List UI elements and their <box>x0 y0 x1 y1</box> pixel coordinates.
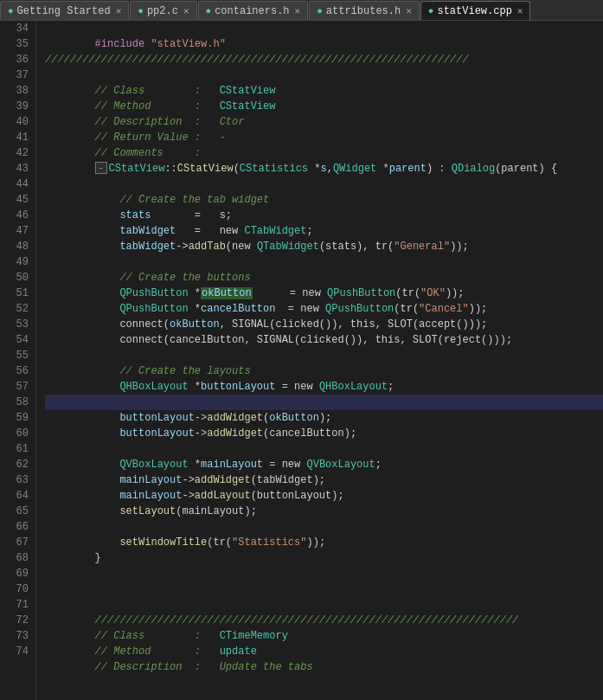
code-line-67: } <box>45 535 603 550</box>
line-num-59: 59 <box>0 410 29 426</box>
line-numbers: 34 35 36 37 38 39 40 41 42 43 44 45 46 4… <box>0 21 36 700</box>
code-line-52: connect(okButton, SIGNAL(clicked()), thi… <box>45 301 603 317</box>
tab-label: attributes.h <box>326 5 401 17</box>
code-line-58: buttonLayout->addWidget(okButton); <box>45 395 603 410</box>
code-line-41: // Comments : <box>45 130 603 145</box>
code-line-34: #include "statView.h" <box>45 21 603 36</box>
line-num-52: 52 <box>0 301 29 317</box>
h-icon: ● <box>317 6 323 16</box>
tab-pp2c[interactable]: ● pp2.c ✕ <box>130 1 196 20</box>
code-line-57: buttonLayout->addStretch(1); <box>45 379 603 395</box>
code-line-72: // Class : CTimeMemory <box>45 613 603 628</box>
code-line-51: QPushButton *cancelButton = new QPushBut… <box>45 286 603 301</box>
line-num-68: 68 <box>0 550 29 566</box>
line-num-40: 40 <box>0 114 29 130</box>
code-line-56: QHBoxLayout *buttonLayout = new QHBoxLay… <box>45 363 603 379</box>
close-icon[interactable]: ✕ <box>406 5 412 16</box>
line-num-69: 69 <box>0 566 29 581</box>
code-line-63: mainLayout->addLayout(buttonLayout); <box>45 472 603 488</box>
code-line-54 <box>45 332 603 348</box>
code-line-60 <box>45 426 603 441</box>
tab-label: Getting Started <box>17 5 111 17</box>
code-line-40: // Return Value : - <box>45 114 603 130</box>
line-num-50: 50 <box>0 270 29 286</box>
tab-getting-started[interactable]: ● Getting Started ✕ <box>0 1 129 20</box>
line-num-37: 37 <box>0 67 29 83</box>
code-line-66: setWindowTitle(tr("Statistics")); <box>45 519 603 535</box>
tab-bar: ● Getting Started ✕ ● pp2.c ✕ ● containe… <box>0 0 603 21</box>
tab-label: statView.cpp <box>437 5 511 17</box>
line-num-36: 36 <box>0 52 29 67</box>
code-line-35 <box>45 36 603 52</box>
line-num-39: 39 <box>0 99 29 114</box>
line-num-71: 71 <box>0 597 29 613</box>
line-num-49: 49 <box>0 254 29 270</box>
code-line-36: ////////////////////////////////////////… <box>45 52 603 67</box>
c-icon: ● <box>138 6 144 16</box>
code-line-44: // Create the tab widget <box>45 177 603 192</box>
close-icon[interactable]: ✕ <box>517 5 523 16</box>
line-num-51: 51 <box>0 286 29 301</box>
code-line-55: // Create the layouts <box>45 348 603 363</box>
code-line-37: // Class : CStatView <box>45 67 603 83</box>
code-line-48 <box>45 239 603 254</box>
cpp-icon: ● <box>428 6 434 16</box>
code-line-50: QPushButton *okButton = new QPushButton(… <box>45 270 603 286</box>
line-num-67: 67 <box>0 535 29 550</box>
line-num-38: 38 <box>0 83 29 99</box>
line-num-70: 70 <box>0 581 29 597</box>
close-icon[interactable]: ✕ <box>295 5 301 16</box>
line-num-47: 47 <box>0 223 29 239</box>
line-num-58: 58 <box>0 395 29 410</box>
code-line-71: ////////////////////////////////////////… <box>45 597 603 613</box>
doc-icon: ● <box>8 6 14 16</box>
tab-containers[interactable]: ● containers.h ✕ <box>198 1 309 20</box>
tab-label: pp2.c <box>147 5 178 17</box>
line-num-35: 35 <box>0 36 29 52</box>
line-num-45: 45 <box>0 192 29 208</box>
code-line-69 <box>45 566 603 581</box>
tab-statview[interactable]: ● statView.cpp ✕ <box>420 1 531 20</box>
code-line-68 <box>45 550 603 566</box>
code-line-42: -CStatView::CStatView(CStatistics *s,QWi… <box>45 145 603 161</box>
code-line-53: connect(cancelButton, SIGNAL(clicked()),… <box>45 317 603 332</box>
line-num-42: 42 <box>0 145 29 161</box>
code-content: #include "statView.h" //////////////////… <box>36 21 603 700</box>
code-line-73: // Method : update <box>45 628 603 644</box>
code-line-45: stats = s; <box>45 192 603 208</box>
line-num-66: 66 <box>0 519 29 535</box>
code-line-62: mainLayout->addWidget(tabWidget); <box>45 457 603 472</box>
line-num-61: 61 <box>0 441 29 457</box>
line-num-65: 65 <box>0 504 29 519</box>
code-line-47: tabWidget->addTab(new QTabWidget(stats),… <box>45 223 603 239</box>
code-line-74: // Description : Update the tabs <box>45 644 603 659</box>
line-num-73: 73 <box>0 628 29 644</box>
close-icon[interactable]: ✕ <box>116 5 122 16</box>
line-num-46: 46 <box>0 208 29 223</box>
line-num-54: 54 <box>0 332 29 348</box>
code-line-70 <box>45 581 603 597</box>
code-line-49: // Create the buttons <box>45 254 603 270</box>
tab-label: containers.h <box>215 5 289 17</box>
app-container: ● Getting Started ✕ ● pp2.c ✕ ● containe… <box>0 0 603 700</box>
code-line-43 <box>45 161 603 177</box>
close-icon[interactable]: ✕ <box>183 5 189 16</box>
code-line-61: QVBoxLayout *mainLayout = new QVBoxLayou… <box>45 441 603 457</box>
h-icon: ● <box>206 6 212 16</box>
line-num-62: 62 <box>0 457 29 472</box>
code-area: 34 35 36 37 38 39 40 41 42 43 44 45 46 4… <box>0 21 603 700</box>
line-num-74: 74 <box>0 644 29 659</box>
line-num-56: 56 <box>0 363 29 379</box>
line-num-64: 64 <box>0 488 29 504</box>
code-line-39: // Description : Ctor <box>45 99 603 114</box>
code-line-65 <box>45 504 603 519</box>
code-line-38: // Method : CStatView <box>45 83 603 99</box>
line-num-72: 72 <box>0 613 29 628</box>
line-num-34: 34 <box>0 21 29 36</box>
line-num-55: 55 <box>0 348 29 363</box>
line-num-63: 63 <box>0 472 29 488</box>
tab-attributes[interactable]: ● attributes.h ✕ <box>309 1 420 20</box>
line-num-43: 43 <box>0 161 29 177</box>
code-line-64: setLayout(mainLayout); <box>45 488 603 504</box>
line-num-41: 41 <box>0 130 29 145</box>
